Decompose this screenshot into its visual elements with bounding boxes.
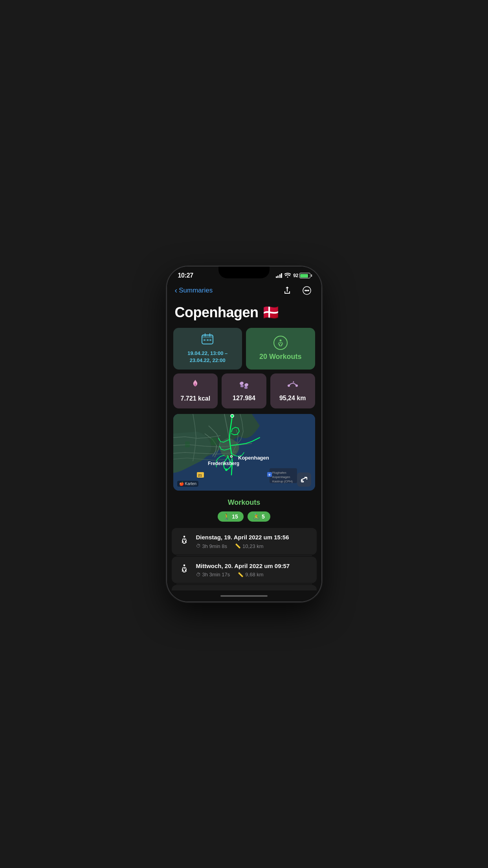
- wifi-icon: [284, 273, 291, 279]
- km-value: 95,24 km: [279, 394, 306, 403]
- map-karten-label: 🍎 Karten: [177, 481, 198, 487]
- back-label: Summaries: [179, 287, 213, 294]
- apple-logo: 🍎: [179, 482, 184, 486]
- nav-actions: [281, 284, 314, 297]
- svg-point-35: [183, 536, 185, 538]
- more-button[interactable]: [300, 284, 314, 297]
- scroll-content[interactable]: ‹ Summaries: [167, 281, 321, 590]
- svg-rect-14: [240, 385, 244, 387]
- svg-point-26: [225, 469, 227, 471]
- walk-icon: [178, 563, 191, 576]
- clock-icon: ⏱: [196, 543, 201, 549]
- svg-rect-15: [244, 386, 248, 389]
- svg-point-16: [288, 384, 290, 387]
- steps-icon: [238, 379, 250, 391]
- workouts-icon: [273, 336, 288, 350]
- workout-item[interactable]: Mittwoch, 20. April 2022 um 14:01 ⏱ 59mi…: [172, 585, 317, 590]
- bike-filter-count: 5: [262, 513, 265, 520]
- karten-text: Karten: [185, 482, 196, 486]
- svg-point-36: [183, 564, 185, 566]
- svg-point-3: [308, 290, 308, 291]
- workout-distance: 📏 9,68 km: [238, 572, 263, 577]
- notch: [218, 267, 270, 278]
- walk-filter-icon: 🚶: [223, 513, 230, 520]
- svg-point-11: [279, 340, 281, 342]
- back-chevron-icon: ‹: [175, 286, 178, 295]
- svg-text:21: 21: [198, 473, 202, 477]
- workouts-card: 20 Workouts: [246, 328, 315, 370]
- svg-rect-9: [207, 339, 209, 341]
- steps-card: 127.984: [222, 373, 266, 408]
- page-title: Copenhagen 🇩🇰: [167, 303, 321, 328]
- workout-details: Dienstag, 19. April 2022 um 15:56 ⏱ 3h 9…: [196, 533, 310, 549]
- svg-text:Kopenhagen: Kopenhagen: [238, 455, 269, 461]
- signal-icon: [276, 273, 283, 278]
- duration-value: 3h 3min 17s: [202, 572, 230, 577]
- share-button[interactable]: [281, 284, 294, 297]
- workout-title: Dienstag, 19. April 2022 um 15:56: [196, 533, 310, 541]
- workout-filter-row: 🚶 15 🚴 5: [167, 511, 321, 522]
- date-card: 19.04.22, 13:00 –23.04.22, 22:00: [173, 328, 242, 370]
- svg-rect-8: [204, 339, 205, 341]
- flame-icon: [191, 379, 200, 392]
- svg-rect-10: [209, 339, 211, 341]
- stats-grid: 19.04.22, 13:00 –23.04.22, 22:00: [167, 328, 321, 408]
- svg-point-17: [295, 384, 298, 387]
- walk-icon: [178, 534, 191, 547]
- steps-value: 127.984: [233, 394, 255, 403]
- svg-point-13: [244, 383, 249, 387]
- divider: [176, 555, 312, 556]
- nav-header: ‹ Summaries: [167, 281, 321, 303]
- workout-item[interactable]: Mittwoch, 20. April 2022 um 09:57 ⏱ 3h 3…: [172, 557, 317, 583]
- date-value: 19.04.22, 13:00 –23.04.22, 22:00: [187, 350, 227, 364]
- map-container[interactable]: Frederiksberg Kopenhagen Flughafen Kopen…: [173, 414, 315, 491]
- workout-list: Dienstag, 19. April 2022 um 15:56 ⏱ 3h 9…: [167, 528, 321, 590]
- svg-rect-5: [202, 335, 213, 338]
- duration-value: 3h 9min 8s: [202, 543, 227, 549]
- workout-item[interactable]: Dienstag, 19. April 2022 um 15:56 ⏱ 3h 9…: [172, 528, 317, 555]
- workout-distance: 📏 10,23 km: [235, 543, 263, 549]
- svg-point-2: [306, 290, 307, 291]
- workout-details: Mittwoch, 20. April 2022 um 09:57 ⏱ 3h 3…: [196, 562, 310, 578]
- ruler-icon: 📏: [235, 543, 241, 549]
- km-card: 95,24 km: [270, 373, 315, 408]
- distance-value: 9,68 km: [245, 572, 263, 577]
- battery-indicator: 92: [293, 273, 310, 278]
- workout-duration: ⏱ 3h 9min 8s: [196, 543, 227, 549]
- status-icons: 92: [276, 273, 310, 279]
- svg-point-12: [239, 381, 244, 386]
- workouts-section-title: Workouts: [167, 496, 321, 511]
- walk-filter-badge[interactable]: 🚶 15: [218, 511, 244, 522]
- svg-rect-20: [185, 441, 190, 447]
- back-button[interactable]: ‹ Summaries: [175, 286, 213, 295]
- status-time: 10:27: [178, 272, 193, 279]
- phone-screen: 10:27 92: [167, 267, 321, 601]
- calendar-icon: [202, 333, 213, 347]
- kcal-card: 7.721 kcal: [173, 373, 218, 408]
- svg-rect-19: [211, 438, 216, 445]
- svg-text:✈: ✈: [268, 473, 271, 477]
- svg-point-24: [231, 456, 232, 457]
- svg-point-25: [231, 414, 234, 417]
- ruler-icon: 📏: [238, 572, 244, 577]
- svg-text:Frederiksberg: Frederiksberg: [208, 461, 239, 466]
- phone-frame: 10:27 92: [167, 267, 321, 601]
- home-indicator: [167, 590, 321, 601]
- kcal-value: 7.721 kcal: [181, 395, 211, 403]
- svg-text:Flughafen: Flughafen: [272, 471, 286, 474]
- svg-point-1: [305, 290, 305, 291]
- divider: [176, 584, 312, 584]
- home-bar: [220, 595, 268, 597]
- stats-row-1: 19.04.22, 13:00 –23.04.22, 22:00: [173, 328, 315, 370]
- clock-icon: ⏱: [196, 572, 201, 577]
- bike-filter-badge[interactable]: 🚴 5: [248, 511, 270, 522]
- stats-row-2: 7.721 kcal 127.984: [173, 373, 315, 408]
- distance-value: 10,23 km: [242, 543, 263, 549]
- battery-icon: [299, 273, 310, 278]
- walk-filter-count: 15: [232, 513, 238, 520]
- svg-text:Kopenhagen: Kopenhagen: [272, 475, 290, 479]
- map-expand-button[interactable]: [297, 473, 311, 487]
- workout-title: Mittwoch, 20. April 2022 um 09:57: [196, 562, 310, 570]
- workout-meta: ⏱ 3h 3min 17s 📏 9,68 km: [196, 572, 310, 577]
- svg-text:Kastrup (CPH): Kastrup (CPH): [272, 480, 293, 483]
